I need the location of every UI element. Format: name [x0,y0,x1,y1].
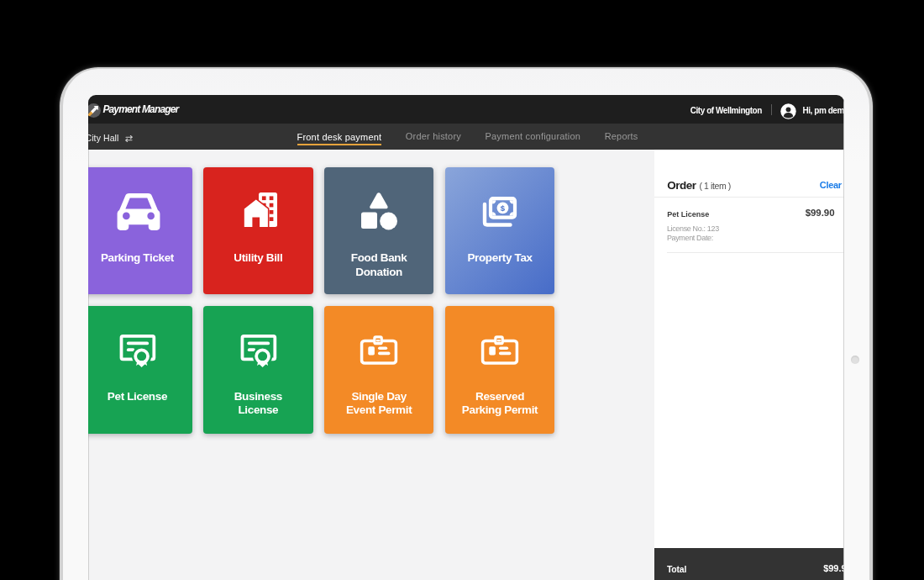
svg-text:$: $ [501,203,506,212]
